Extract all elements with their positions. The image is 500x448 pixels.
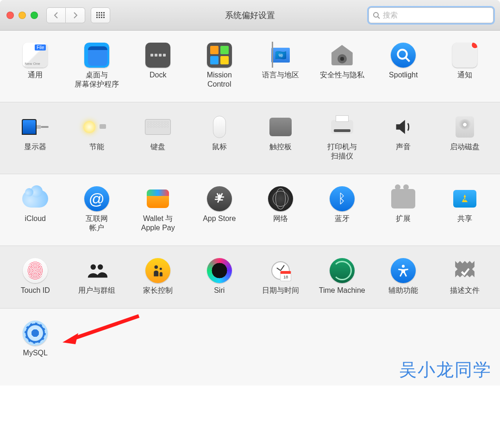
grid-icon [96,12,105,18]
show-all-button[interactable] [91,7,110,23]
pref-label: 描述文件 [450,286,480,295]
pref-label: 安全性与隐私 [320,70,364,80]
pref-label: 扩展 [396,214,411,223]
pref-touchid[interactable]: Touch ID [5,257,66,295]
pref-label: 共享 [457,214,472,223]
search-icon [373,12,380,19]
pref-row-4: Touch ID 用户与群组 家长控制 Siri 18 日期与时间 Time M… [0,246,500,309]
pref-label: 桌面与 屏幕保护程序 [75,70,119,89]
pref-spotlight[interactable]: Spotlight [373,42,434,89]
pref-desktop[interactable]: 桌面与 屏幕保护程序 [66,42,128,89]
pref-printers[interactable]: 打印机与 扫描仪 [312,114,373,161]
search-field[interactable] [369,7,494,23]
pref-keyboard[interactable]: 键盘 [127,114,189,161]
pref-mouse[interactable]: 鼠标 [189,114,250,161]
parental-controls-icon [145,258,170,283]
pref-label: 网络 [273,214,288,223]
pref-bluetooth[interactable]: ᛒ 蓝牙 [312,185,373,233]
pref-label: App Store [203,214,236,223]
mission-control-icon [207,43,232,68]
pref-general[interactable]: FileNew One 通用 [5,42,66,89]
svg-line-7 [72,316,139,339]
maximize-button[interactable] [31,12,38,19]
forward-button[interactable] [66,7,85,23]
mysql-icon [23,321,48,346]
pref-timemachine[interactable]: Time Machine [312,257,373,295]
pref-label: 触控板 [269,142,292,151]
svg-point-6 [402,265,405,268]
time-machine-icon [330,258,355,283]
pref-icloud[interactable]: iCloud [5,185,66,233]
close-button[interactable] [6,12,14,19]
chevron-right-icon [73,12,78,19]
general-icon: FileNew One [23,43,48,68]
pref-internet-accounts[interactable]: @ 互联网 帐户 [66,185,128,233]
pref-datetime[interactable]: 18 日期与时间 [250,257,312,295]
svg-point-2 [398,50,407,59]
pref-extensions[interactable]: 扩展 [373,185,434,233]
pref-sharing[interactable]: 共享 [434,185,496,233]
pref-siri[interactable]: Siri [189,257,250,295]
pref-label: 鼠标 [212,142,227,151]
chevron-left-icon [53,12,59,19]
pref-users[interactable]: 用户与群组 [66,257,128,295]
pref-label: Dock [150,70,166,80]
touchid-icon [23,258,48,283]
svg-line-1 [378,17,380,19]
siri-icon [207,258,232,283]
pref-security[interactable]: 安全性与隐私 [312,42,373,89]
network-icon [268,186,293,211]
search-input[interactable] [383,11,489,19]
pref-label: 语言与地区 [262,70,299,80]
pref-appstore[interactable]: App Store [189,185,250,233]
bluetooth-icon: ᛒ [330,186,355,211]
back-button[interactable] [46,7,66,23]
pref-label: 用户与群组 [78,286,115,295]
window-controls [6,12,38,19]
nav-back-forward [46,7,85,23]
svg-point-4 [155,265,158,269]
pref-dock[interactable]: Dock [127,42,189,89]
pref-startup-disk[interactable]: 启动磁盘 [434,114,496,161]
pref-profiles[interactable]: 描述文件 [434,257,496,295]
pref-label: Time Machine [319,286,365,295]
minimize-button[interactable] [19,12,26,19]
annotation-arrow [62,314,141,346]
mouse-icon [206,114,233,140]
pref-label: Wallet 与 Apple Pay [141,214,175,233]
pref-trackpad[interactable]: 触控板 [250,114,312,161]
pref-label: 声音 [396,142,411,151]
svg-line-3 [406,58,410,62]
pref-label: Spotlight [389,70,418,80]
titlebar: 系统偏好设置 [0,0,500,31]
pref-accessibility[interactable]: 辅助功能 [373,257,434,295]
pref-mysql[interactable]: MySQL [5,320,66,358]
pref-wallet[interactable]: Wallet 与 Apple Pay [127,185,189,233]
pref-mission-control[interactable]: Mission Control [189,42,250,89]
pref-parental[interactable]: 家长控制 [127,257,189,295]
system-preferences-window: 系统偏好设置 FileNew One 通用 桌面与 屏幕保护程序 Dock Mi… [0,0,500,385]
pref-label: 家长控制 [143,286,173,295]
language-icon: 🇺🇳 [267,42,294,69]
pref-label: 打印机与 扫描仪 [327,142,357,161]
pref-displays[interactable]: 显示器 [5,114,66,161]
pref-row-2: 显示器 节能 键盘 鼠标 触控板 打印机与 扫描仪 声音 启动磁盘 [0,102,500,174]
printers-icon [329,114,356,140]
pref-label: 互联网 帐户 [86,214,108,233]
extensions-icon [390,185,417,212]
svg-point-5 [160,268,162,270]
pref-energy[interactable]: 节能 [66,114,128,161]
pref-notifications[interactable]: 通知 [434,42,496,89]
pref-network[interactable]: 网络 [250,185,312,233]
pref-row-1: FileNew One 通用 桌面与 屏幕保护程序 Dock Mission C… [0,31,500,102]
spotlight-icon [391,43,416,68]
watermark-text: 吴小龙同学 [399,358,492,382]
pref-label: 通知 [457,70,472,80]
pref-sound[interactable]: 声音 [373,114,434,161]
pref-label: Touch ID [21,286,50,295]
desktop-icon [84,43,109,68]
profiles-icon [451,257,478,284]
pref-language[interactable]: 🇺🇳 语言与地区 [250,42,312,89]
startup-disk-icon [451,114,478,140]
svg-point-0 [374,13,378,17]
